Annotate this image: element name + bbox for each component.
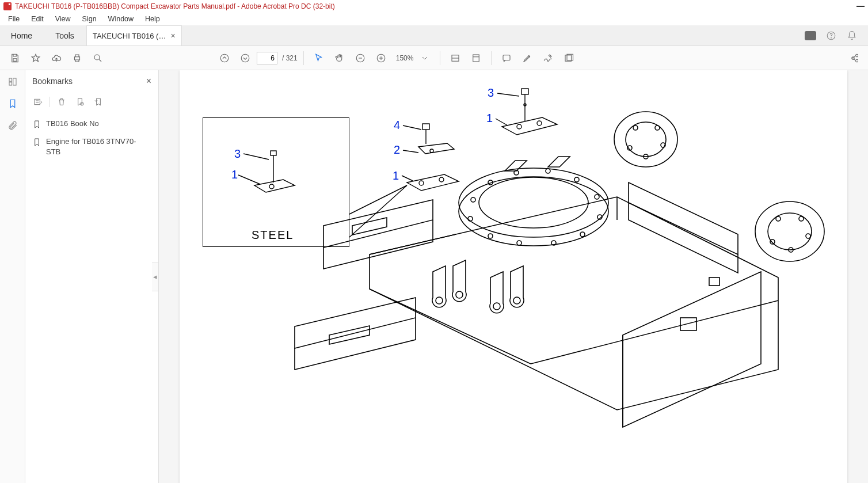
thumbnails-icon[interactable]: [7, 76, 18, 88]
sign-tool-icon[interactable]: [539, 49, 557, 67]
tab-document[interactable]: TAKEUCHI TB016 (… ×: [86, 25, 182, 45]
cloud-icon[interactable]: [47, 49, 66, 67]
svg-point-6: [241, 54, 249, 62]
svg-rect-27: [422, 124, 429, 130]
tab-document-label: TAKEUCHI TB016 (…: [93, 32, 166, 40]
panel-close-icon[interactable]: ×: [146, 76, 151, 86]
bookmark-delete-icon[interactable]: [55, 95, 68, 109]
bookmark-item[interactable]: Engine for TB016 3TNV70- STB: [28, 134, 156, 159]
tab-row: Home Tools TAKEUCHI TB016 (… ×: [0, 25, 868, 46]
stamp-icon[interactable]: [559, 49, 578, 67]
svg-line-24: [349, 185, 407, 214]
titlebar: TAKEUCHI TB016 (P-TB016BBB) Compact Exca…: [0, 0, 868, 13]
menu-help[interactable]: Help: [139, 14, 166, 24]
svg-rect-3: [75, 56, 80, 59]
svg-point-48: [574, 177, 579, 182]
hand-icon[interactable]: [330, 49, 349, 67]
svg-point-74: [456, 291, 463, 298]
bookmarks-rail-icon[interactable]: [7, 98, 18, 109]
svg-point-30: [430, 149, 433, 153]
panel-collapse-icon[interactable]: ◂: [152, 263, 159, 291]
diagram-artwork: [180, 70, 847, 483]
zoom-out-icon[interactable]: [351, 49, 370, 67]
svg-point-68: [776, 216, 781, 221]
svg-point-67: [768, 213, 812, 250]
svg-point-44: [471, 197, 475, 202]
svg-point-1: [831, 37, 832, 38]
zoom-value-label: 150%: [396, 54, 414, 62]
save-icon[interactable]: [6, 49, 24, 67]
star-icon[interactable]: [26, 49, 45, 67]
comment-icon[interactable]: [497, 49, 516, 67]
bookmark-options-icon[interactable]: [31, 95, 45, 109]
search-icon[interactable]: [89, 49, 107, 67]
svg-point-43: [459, 177, 608, 246]
svg-point-39: [517, 124, 521, 129]
svg-line-19: [243, 154, 269, 159]
bookmark-add-icon[interactable]: [73, 95, 87, 109]
bell-icon[interactable]: [846, 30, 858, 41]
menu-sign[interactable]: Sign: [77, 14, 102, 24]
page-up-icon[interactable]: [215, 49, 234, 67]
svg-point-32: [419, 181, 424, 185]
svg-line-29: [403, 150, 418, 153]
svg-point-61: [633, 125, 638, 130]
svg-point-55: [468, 216, 473, 221]
document-viewport[interactable]: 3 1 STEEL 4 2 1 3 1: [159, 70, 868, 483]
svg-rect-77: [680, 318, 696, 330]
page-total-label: / 321: [282, 54, 298, 62]
svg-point-41: [459, 168, 608, 237]
bookmark-item[interactable]: TB016 Book No: [28, 116, 156, 134]
svg-rect-16: [13, 78, 16, 85]
tab-close-icon[interactable]: ×: [170, 31, 175, 40]
fit-width-icon[interactable]: [446, 49, 465, 67]
svg-rect-14: [9, 78, 12, 81]
bookmark-list: TB016 Book No Engine for TB016 3TNV70- S…: [25, 112, 158, 165]
menu-edit[interactable]: Edit: [25, 14, 50, 24]
bookmark-label: Engine for TB016 3TNV70- STB: [46, 136, 151, 157]
attachments-icon[interactable]: [7, 120, 18, 131]
pdf-file-icon: [3, 2, 12, 10]
svg-point-42: [479, 177, 588, 228]
svg-point-5: [220, 54, 229, 62]
notifications-icon[interactable]: [805, 30, 816, 41]
menu-view[interactable]: View: [50, 14, 77, 24]
highlight-icon[interactable]: [518, 49, 536, 67]
minimize-icon[interactable]: [856, 6, 865, 7]
share-icon[interactable]: [844, 49, 862, 67]
print-icon[interactable]: [68, 49, 86, 67]
svg-point-62: [655, 125, 660, 130]
svg-rect-78: [709, 277, 719, 286]
svg-rect-10: [473, 55, 479, 62]
pointer-icon[interactable]: [310, 49, 328, 67]
svg-point-76: [513, 297, 520, 304]
svg-point-75: [493, 303, 500, 310]
bookmarks-panel-title: Bookmarks: [32, 77, 73, 86]
svg-point-66: [755, 201, 824, 261]
svg-point-40: [537, 121, 542, 125]
svg-point-54: [488, 234, 493, 238]
bookmarks-panel: Bookmarks × TB016 Book No Engine for TB0…: [25, 70, 159, 483]
svg-point-4: [94, 55, 100, 60]
zoom-dropdown-icon[interactable]: [416, 49, 434, 67]
bookmark-expand-icon[interactable]: [92, 95, 105, 109]
tab-home[interactable]: Home: [0, 25, 43, 45]
svg-rect-35: [521, 89, 528, 94]
menu-window[interactable]: Window: [102, 14, 139, 24]
bookmark-icon: [32, 138, 41, 150]
zoom-in-icon[interactable]: [372, 49, 390, 67]
menu-file[interactable]: File: [2, 14, 25, 24]
svg-point-53: [517, 241, 521, 245]
svg-line-31: [402, 176, 413, 181]
svg-line-23: [238, 175, 260, 184]
page-number-input[interactable]: [257, 52, 277, 64]
tab-tools[interactable]: Tools: [43, 25, 86, 45]
svg-line-38: [496, 119, 508, 125]
help-icon[interactable]: [825, 30, 837, 41]
svg-rect-11: [503, 55, 510, 60]
fit-page-icon[interactable]: [467, 49, 485, 67]
svg-rect-2: [13, 58, 17, 61]
pdf-page: 3 1 STEEL 4 2 1 3 1: [180, 70, 847, 483]
page-down-icon[interactable]: [236, 49, 254, 67]
svg-line-26: [403, 125, 421, 130]
